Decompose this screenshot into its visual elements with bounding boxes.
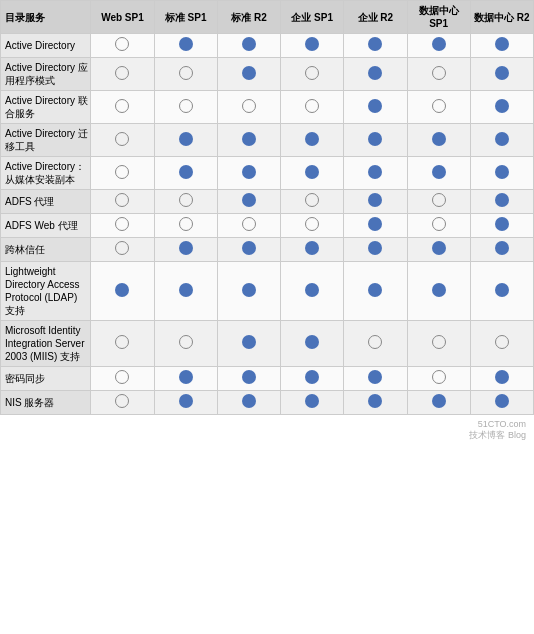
empty-circle-icon <box>432 217 446 231</box>
table-row: Active Directory 应用程序模式 <box>1 58 534 91</box>
filled-circle-icon <box>368 193 382 207</box>
cell-9-3 <box>281 321 344 367</box>
filled-circle-icon <box>305 335 319 349</box>
filled-circle-icon <box>432 283 446 297</box>
row-label: ADFS 代理 <box>1 190 91 214</box>
row-label: Active Directory 迁移工具 <box>1 124 91 157</box>
filled-circle-icon <box>242 165 256 179</box>
filled-circle-icon <box>368 99 382 113</box>
empty-circle-icon <box>115 193 129 207</box>
empty-circle-icon <box>432 370 446 384</box>
table-row: 密码同步 <box>1 367 534 391</box>
cell-7-3 <box>281 238 344 262</box>
cell-2-2 <box>217 91 280 124</box>
filled-circle-icon <box>242 193 256 207</box>
cell-2-0 <box>91 91 154 124</box>
cell-7-2 <box>217 238 280 262</box>
cell-0-6 <box>470 34 533 58</box>
comparison-table: 目录服务 Web SP1 标准 SP1 标准 R2 企业 SP1 企业 R2 数… <box>0 0 534 415</box>
header-col4: 企业 SP1 <box>281 1 344 34</box>
cell-1-5 <box>407 58 470 91</box>
filled-circle-icon <box>305 370 319 384</box>
filled-circle-icon <box>368 217 382 231</box>
cell-3-5 <box>407 124 470 157</box>
empty-circle-icon <box>115 165 129 179</box>
row-label: Active Directory 应用程序模式 <box>1 58 91 91</box>
empty-circle-icon <box>179 66 193 80</box>
filled-circle-icon <box>368 66 382 80</box>
cell-9-6 <box>470 321 533 367</box>
cell-5-3 <box>281 190 344 214</box>
cell-2-6 <box>470 91 533 124</box>
cell-1-1 <box>154 58 217 91</box>
header-col7: 数据中心 R2 <box>470 1 533 34</box>
empty-circle-icon <box>115 394 129 408</box>
empty-circle-icon <box>305 193 319 207</box>
cell-11-6 <box>470 391 533 415</box>
filled-circle-icon <box>368 394 382 408</box>
cell-11-1 <box>154 391 217 415</box>
filled-circle-icon <box>305 132 319 146</box>
cell-3-6 <box>470 124 533 157</box>
cell-2-5 <box>407 91 470 124</box>
empty-circle-icon <box>432 335 446 349</box>
filled-circle-icon <box>495 132 509 146</box>
empty-circle-icon <box>432 99 446 113</box>
cell-7-6 <box>470 238 533 262</box>
filled-circle-icon <box>432 132 446 146</box>
filled-circle-icon <box>432 165 446 179</box>
header-col6: 数据中心 SP1 <box>407 1 470 34</box>
table-row: Active Directory：从媒体安装副本 <box>1 157 534 190</box>
filled-circle-icon <box>495 217 509 231</box>
cell-8-3 <box>281 262 344 321</box>
cell-10-3 <box>281 367 344 391</box>
cell-4-6 <box>470 157 533 190</box>
filled-circle-icon <box>242 241 256 255</box>
empty-circle-icon <box>115 99 129 113</box>
empty-circle-icon <box>242 99 256 113</box>
filled-circle-icon <box>242 370 256 384</box>
cell-9-2 <box>217 321 280 367</box>
empty-circle-icon <box>115 241 129 255</box>
cell-4-1 <box>154 157 217 190</box>
filled-circle-icon <box>242 335 256 349</box>
cell-6-5 <box>407 214 470 238</box>
filled-circle-icon <box>179 132 193 146</box>
cell-4-5 <box>407 157 470 190</box>
filled-circle-icon <box>495 99 509 113</box>
cell-0-5 <box>407 34 470 58</box>
row-label: 密码同步 <box>1 367 91 391</box>
watermark: 51CTO.com技术博客 Blog <box>0 415 534 446</box>
cell-6-0 <box>91 214 154 238</box>
cell-3-2 <box>217 124 280 157</box>
table-row: ADFS 代理 <box>1 190 534 214</box>
empty-circle-icon <box>495 335 509 349</box>
cell-6-1 <box>154 214 217 238</box>
cell-8-2 <box>217 262 280 321</box>
cell-7-1 <box>154 238 217 262</box>
empty-circle-icon <box>115 335 129 349</box>
empty-circle-icon <box>179 217 193 231</box>
cell-4-3 <box>281 157 344 190</box>
filled-circle-icon <box>179 241 193 255</box>
cell-10-1 <box>154 367 217 391</box>
cell-11-5 <box>407 391 470 415</box>
cell-0-0 <box>91 34 154 58</box>
cell-3-4 <box>344 124 407 157</box>
cell-9-5 <box>407 321 470 367</box>
header-col1: Web SP1 <box>91 1 154 34</box>
empty-circle-icon <box>115 37 129 51</box>
empty-circle-icon <box>432 193 446 207</box>
filled-circle-icon <box>495 241 509 255</box>
cell-2-3 <box>281 91 344 124</box>
filled-circle-icon <box>179 394 193 408</box>
header-col2: 标准 SP1 <box>154 1 217 34</box>
filled-circle-icon <box>368 370 382 384</box>
cell-3-0 <box>91 124 154 157</box>
cell-1-0 <box>91 58 154 91</box>
cell-5-2 <box>217 190 280 214</box>
empty-circle-icon <box>305 99 319 113</box>
table-row: Active Directory <box>1 34 534 58</box>
filled-circle-icon <box>115 283 129 297</box>
cell-0-1 <box>154 34 217 58</box>
